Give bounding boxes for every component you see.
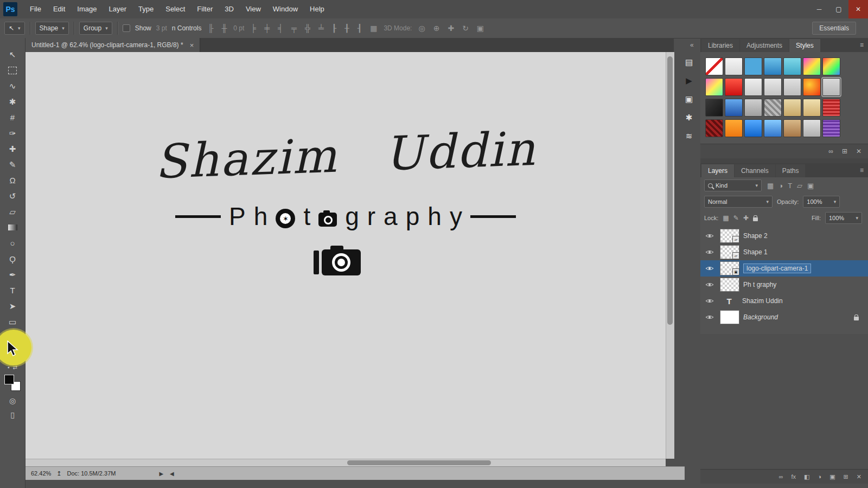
- crop-tool[interactable]: #: [2, 110, 23, 125]
- 3d-slide-icon[interactable]: ↻: [461, 24, 470, 33]
- filter-smart-object-icon[interactable]: ▣: [807, 182, 814, 190]
- restore-button[interactable]: ▢: [829, 0, 848, 18]
- clone-source-panel-icon[interactable]: ▣: [685, 94, 693, 104]
- style-swatch[interactable]: [725, 78, 743, 96]
- style-swatch[interactable]: [764, 119, 782, 137]
- menu-select[interactable]: Select: [159, 0, 191, 18]
- menu-view[interactable]: View: [240, 0, 267, 18]
- menu-window[interactable]: Window: [267, 0, 304, 18]
- visibility-eye-icon[interactable]: [703, 266, 716, 271]
- style-swatch[interactable]: [725, 99, 743, 117]
- tab-styles[interactable]: Styles: [789, 39, 820, 52]
- align-left-edges-icon[interactable]: ╟: [206, 24, 215, 33]
- canvas[interactable]: Shazim Uddin P h ✶ t g r a p h y: [25, 52, 666, 459]
- style-swatch[interactable]: [783, 78, 801, 96]
- style-swatch[interactable]: [744, 99, 762, 117]
- pen-tool[interactable]: ✒: [2, 267, 23, 282]
- horizontal-scrollbar[interactable]: [25, 459, 666, 467]
- healing-brush-tool[interactable]: ✚: [2, 141, 23, 157]
- lasso-tool[interactable]: ∿: [2, 78, 23, 94]
- 3d-scale-icon[interactable]: ▣: [475, 24, 486, 33]
- layer-name[interactable]: Ph t graphy: [743, 281, 776, 288]
- style-swatch[interactable]: [725, 119, 743, 137]
- filter-pixel-icon[interactable]: ▦: [767, 182, 774, 190]
- vertical-scrollbar[interactable]: [666, 52, 674, 459]
- distribute-left-icon[interactable]: ┠: [330, 24, 338, 33]
- new-group-icon[interactable]: ▣: [829, 473, 835, 480]
- layer-row-shape-1[interactable]: ▱ Shape 1: [700, 244, 868, 260]
- type-tool[interactable]: T: [2, 282, 23, 298]
- visibility-eye-icon[interactable]: [703, 314, 716, 320]
- document-tab[interactable]: Untitled-1 @ 62.4% (logo-clipart-camera-…: [25, 38, 200, 52]
- style-swatch[interactable]: [705, 99, 723, 117]
- panel-menu-icon[interactable]: ≡: [860, 166, 864, 174]
- distribute-right-icon[interactable]: ┨: [356, 24, 363, 33]
- menu-filter[interactable]: Filter: [191, 0, 219, 18]
- foreground-color-chip[interactable]: [4, 375, 14, 384]
- menu-edit[interactable]: Edit: [47, 0, 71, 18]
- history-panel-icon[interactable]: ▤: [685, 57, 693, 67]
- layer-row-shape-2[interactable]: ▱ Shape 2: [700, 228, 868, 244]
- menu-image[interactable]: Image: [71, 0, 103, 18]
- style-swatch[interactable]: [705, 119, 723, 137]
- adjustment-layer-icon[interactable]: ◑: [818, 473, 822, 480]
- tab-paths[interactable]: Paths: [776, 164, 806, 177]
- layer-thumbnail[interactable]: [720, 310, 739, 324]
- align-center-icon[interactable]: ╫: [220, 24, 228, 33]
- arrange-grid-icon[interactable]: ▦: [368, 24, 379, 33]
- tab-channels[interactable]: Channels: [735, 164, 775, 177]
- menu-type[interactable]: Type: [132, 0, 159, 18]
- style-swatch[interactable]: [725, 57, 743, 75]
- visibility-eye-icon[interactable]: [703, 249, 716, 255]
- layer-row-background[interactable]: Background: [700, 309, 868, 325]
- layer-name[interactable]: logo-clipart-camera-1: [743, 264, 811, 273]
- panel-menu-icon[interactable]: ≡: [860, 41, 864, 49]
- menu-help[interactable]: Help: [304, 0, 330, 18]
- opacity-select[interactable]: 100% ▾: [803, 196, 840, 208]
- character-panel-icon[interactable]: ≋: [686, 131, 693, 141]
- style-swatch[interactable]: [822, 57, 840, 75]
- visibility-eye-icon[interactable]: [703, 298, 716, 304]
- text-layer-thumbnail-icon[interactable]: T: [720, 297, 738, 306]
- workspace-switcher[interactable]: Essentials: [812, 22, 856, 35]
- marquee-tool[interactable]: [2, 62, 23, 78]
- zoom-level[interactable]: 62.42%: [31, 470, 51, 477]
- dodge-tool[interactable]: Ϙ: [2, 251, 23, 267]
- layer-style-fx-icon[interactable]: fx: [792, 473, 796, 480]
- style-swatch[interactable]: [803, 119, 821, 137]
- style-swatch[interactable]: [744, 57, 762, 75]
- layer-row-ph-t-graphy[interactable]: Ph t graphy: [700, 277, 868, 293]
- style-swatch[interactable]: [822, 99, 840, 117]
- brush-tool[interactable]: ✎: [2, 157, 23, 172]
- screen-mode-button[interactable]: ▯: [10, 410, 15, 419]
- horizontal-scrollbar-thumb[interactable]: [347, 460, 491, 465]
- show-controls-checkbox[interactable]: [123, 24, 130, 32]
- tab-layers[interactable]: Layers: [701, 164, 734, 177]
- default-colors-icon[interactable]: ▪: [8, 364, 10, 370]
- move-tool[interactable]: ↖: [2, 47, 23, 62]
- style-swatch[interactable]: [822, 119, 840, 137]
- layer-thumbnail[interactable]: [720, 278, 739, 292]
- blend-mode-select[interactable]: Normal ▾: [704, 196, 773, 208]
- layer-row-logo-clipart-camera-1[interactable]: ▣ logo-clipart-camera-1: [700, 260, 868, 277]
- style-swatch-none[interactable]: [705, 57, 723, 75]
- visibility-eye-icon[interactable]: [703, 233, 716, 239]
- tab-close-icon[interactable]: ×: [190, 41, 194, 49]
- style-swatch[interactable]: [764, 57, 782, 75]
- lock-position-icon[interactable]: ✚: [743, 214, 749, 222]
- style-swatch[interactable]: [803, 57, 821, 75]
- export-icon[interactable]: ↥: [56, 470, 61, 477]
- layer-name[interactable]: Shape 1: [743, 248, 768, 256]
- layer-name[interactable]: Background: [743, 313, 778, 321]
- play-icon[interactable]: ▶: [159, 471, 163, 477]
- filter-adjustment-icon[interactable]: ◑: [778, 182, 783, 190]
- 3d-drag-icon[interactable]: ✚: [446, 24, 456, 33]
- align-bottom-icon[interactable]: ╡: [276, 24, 285, 33]
- tab-libraries[interactable]: Libraries: [701, 39, 739, 52]
- menu-file[interactable]: File: [24, 0, 47, 18]
- layer-thumbnail[interactable]: ▱: [720, 245, 739, 259]
- style-swatch[interactable]: [744, 78, 762, 96]
- style-swatch[interactable]: [705, 78, 723, 96]
- menu-layer[interactable]: Layer: [103, 0, 133, 18]
- style-swatch[interactable]: [783, 99, 801, 117]
